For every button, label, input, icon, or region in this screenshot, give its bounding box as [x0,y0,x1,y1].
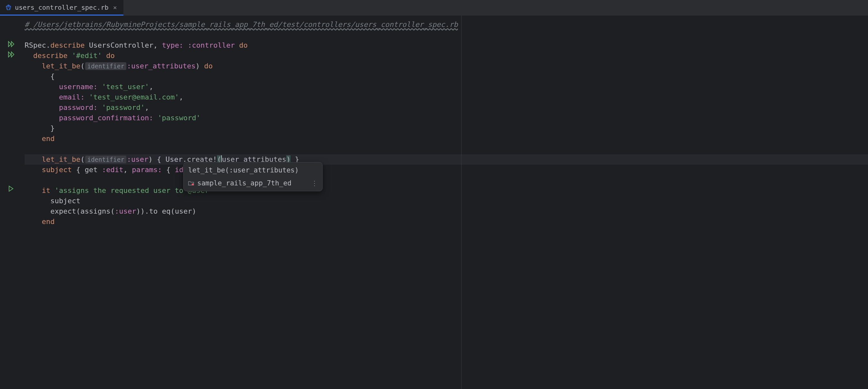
param-hint: identifier [85,62,126,70]
run-all-icon[interactable] [8,41,17,50]
completion-item-label: let_it_be(:user_attributes) [188,165,299,175]
code-line: end [25,134,868,144]
code-line [25,30,868,40]
code-editor[interactable]: # /Users/jetbrains/RubymineProjects/samp… [21,16,868,389]
code-line-active: let_it_be(identifier:user) { User.create… [25,154,868,165]
path-comment: # /Users/jetbrains/RubymineProjects/samp… [25,21,458,29]
completion-item-label: sample_rails_app_7th_ed [197,178,291,188]
svg-rect-0 [192,184,194,186]
code-line: end [25,217,868,227]
completion-item[interactable]: sample_rails_app_7th_ed [184,177,322,190]
code-line: it 'assigns the requested user to @user' [25,186,868,196]
code-line: RSpec.describe UsersController, type: :c… [25,40,868,51]
code-line: } [25,123,868,134]
code-line: { [25,71,868,82]
more-options-icon[interactable]: ⋮ [311,178,318,188]
tab-bar: users_controller_spec.rb × [0,0,868,16]
completion-item[interactable]: let_it_be(:user_attributes) [184,164,322,177]
code-line: subject [25,196,868,206]
close-icon[interactable]: × [112,4,118,11]
completion-popup[interactable]: let_it_be(:user_attributes) sample_rails… [183,162,322,191]
code-line: # /Users/jetbrains/RubymineProjects/samp… [25,20,868,30]
code-line: describe '#edit' do [25,51,868,61]
code-line: email: 'test_user@email.com', [25,92,868,103]
ruby-file-icon [5,4,12,11]
code-line: let_it_be(identifier:user_attributes) do [25,61,868,71]
code-line: password_confirmation: 'password' [25,113,868,123]
code-line: username: 'test_user', [25,82,868,92]
param-hint: identifier [85,156,126,163]
code-line: expect(assigns(:user)).to eq(user) [25,206,868,217]
run-test-icon[interactable] [8,186,17,194]
code-line: password: 'password', [25,103,868,113]
code-line [25,175,868,186]
right-margin [461,16,462,389]
tab-filename: users_controller_spec.rb [15,4,108,11]
editor-wrap: # /Users/jetbrains/RubymineProjects/samp… [0,16,868,389]
code-line [25,144,868,154]
gutter [0,16,21,389]
project-folder-icon [188,180,194,186]
run-all-icon[interactable] [8,51,17,60]
file-tab[interactable]: users_controller_spec.rb × [0,0,123,16]
code-line: subject { get :edit, params: { id: user. [25,165,868,175]
